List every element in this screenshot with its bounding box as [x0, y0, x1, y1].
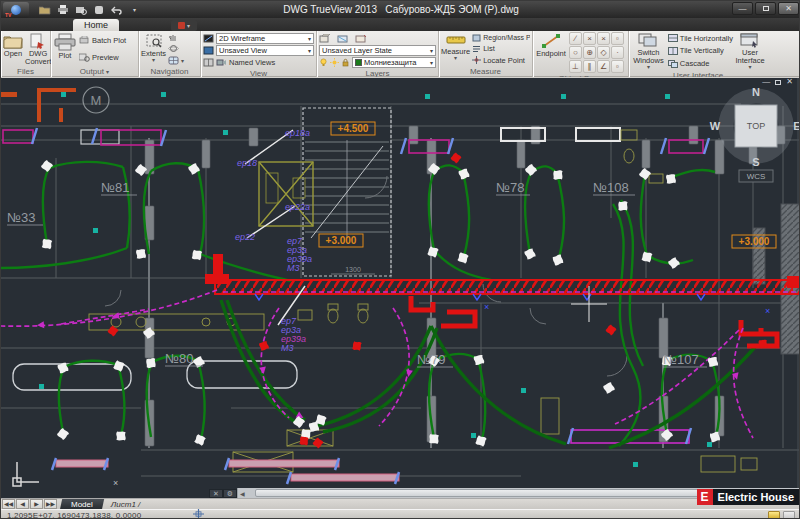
svg-text:1300: 1300	[345, 266, 361, 273]
open-button[interactable]: Open	[3, 32, 23, 66]
tile-vertically-button[interactable]: Tile Vertically	[668, 45, 733, 56]
panel-measure: Measure ▾ Region/Mass Properties List Lo…	[439, 31, 533, 77]
elevator-shaft	[259, 162, 313, 226]
annotation-scale-icon[interactable]	[768, 511, 780, 519]
scrollbar-thumb[interactable]	[255, 489, 755, 497]
preview-icon	[79, 53, 90, 62]
chevron-down-icon: ▾	[430, 59, 433, 66]
application-menu-button[interactable]: TV	[3, 2, 29, 18]
zoom-extents-button[interactable]: Extents ▾	[141, 32, 166, 66]
cursor-coordinates: 1.2095E+07, 1690473.1838, 0.0000	[7, 511, 141, 519]
region-icon	[472, 34, 481, 42]
pan-tool-button[interactable]	[168, 32, 184, 43]
snap-apparent-button[interactable]: ×	[597, 32, 610, 45]
panel-user-interface-label: User Interface	[629, 70, 767, 77]
minimize-button[interactable]: —	[732, 2, 753, 15]
region-mass-button[interactable]: Region/Mass Properties	[472, 32, 530, 43]
snap-parallel-button[interactable]: ∥	[583, 60, 596, 73]
endpoint-button[interactable]: Endpoint	[535, 32, 567, 73]
scroll-tools-button[interactable]: ⚙	[223, 489, 237, 498]
qat-preview-button[interactable]	[73, 3, 88, 16]
panel-output-label: Output ▾	[51, 66, 138, 77]
dwg-convert-button[interactable]: DWG Convert	[25, 32, 51, 66]
panel-measure-label: Measure	[439, 66, 532, 77]
tile-horizontally-button[interactable]: Tile Horizontally	[668, 33, 733, 44]
locate-point-button[interactable]: Locate Point	[472, 55, 530, 66]
panel-navigation-label: Navigation	[139, 66, 200, 77]
qat-pan-button[interactable]	[91, 3, 106, 16]
plot-button[interactable]: Plot	[53, 32, 77, 66]
steering-wheel-button[interactable]: ▾	[168, 55, 184, 66]
doc-minimize-button[interactable]: —	[762, 78, 770, 86]
crosshair-toggle[interactable]	[193, 509, 204, 519]
tab-model[interactable]: Model	[60, 499, 104, 510]
view-select[interactable]: Unsaved View▾	[216, 45, 314, 56]
qat-open-button[interactable]	[37, 3, 52, 16]
svg-text:М3: М3	[287, 263, 300, 273]
visual-style-value: 2D Wireframe	[219, 34, 307, 43]
svg-text:ер22: ер22	[235, 232, 255, 242]
snap-quadrant-button[interactable]: ⊕	[583, 46, 596, 59]
list-button[interactable]: List	[472, 43, 530, 54]
snap-node-button[interactable]: ◇	[597, 46, 610, 59]
ribbon-tab-row: Home ▾	[1, 18, 800, 31]
ribbon-empty-space	[767, 31, 800, 76]
prev-tab-button[interactable]: ◀	[16, 499, 29, 509]
layer-select[interactable]: Молниезащита▾	[352, 57, 436, 68]
qat-dropdown-button[interactable]: ▾	[127, 3, 142, 16]
snap-intersection-button[interactable]: ×	[583, 32, 596, 45]
snap-tangent-button[interactable]: ∠	[597, 60, 610, 73]
zoom-extents-icon	[144, 33, 164, 49]
preview-button[interactable]: Preview	[79, 52, 126, 63]
tab-home[interactable]: Home	[73, 19, 119, 31]
named-views-button[interactable]: Named Views	[229, 58, 275, 67]
visual-style-select[interactable]: 2D Wireframe▾	[216, 33, 314, 44]
svg-text:TOP: TOP	[747, 121, 765, 131]
layer-freeze-icon	[337, 34, 349, 43]
doc-restore-button[interactable]	[775, 80, 781, 85]
first-tab-button[interactable]: ◀◀	[2, 499, 15, 509]
scroll-close-button[interactable]: ✕	[209, 489, 223, 498]
workspace-icon[interactable]	[783, 511, 795, 519]
panel-files-label: Files	[1, 66, 50, 77]
svg-text:WCS: WCS	[747, 172, 766, 181]
tab-layout1[interactable]: Лист1 /	[103, 500, 149, 509]
svg-text:×: ×	[113, 478, 118, 488]
panel-object-snap: Endpoint ∕ × × ▫ ○ ⊕ ◇ · ⊥ ∥ ∠ ▫ Object	[533, 31, 629, 77]
layer-state-select[interactable]: Unsaved Layer State▾	[319, 45, 436, 56]
scroll-left-icon[interactable]: ◀	[238, 490, 247, 497]
doc-close-button[interactable]: ✕	[786, 78, 793, 86]
snap-point-button[interactable]: ·	[611, 46, 624, 59]
qat-plot-button[interactable]	[55, 3, 70, 16]
viewcube-north: N	[752, 86, 760, 98]
region-label: Region/Mass Properties	[483, 34, 530, 41]
snap-nearest-button[interactable]: ∕	[569, 32, 582, 45]
close-button[interactable]: ✕	[778, 2, 799, 15]
lock-icon	[341, 58, 350, 67]
panel-output: Plot Batch Plot Preview Output ▾	[51, 31, 139, 77]
cascade-button[interactable]: Cascade	[668, 58, 733, 69]
ribbon-overflow-button[interactable]: ▾	[171, 20, 197, 31]
switch-windows-button[interactable]: Switch Windows ▾	[631, 32, 666, 70]
emergency-lamps-red	[108, 153, 771, 449]
next-tab-button[interactable]: ▶	[30, 499, 43, 509]
cascade-label: Cascade	[680, 59, 710, 68]
snap-insertion-button[interactable]: ▫	[611, 32, 624, 45]
svg-text:№80: №80	[165, 351, 193, 366]
layer-off-icon	[355, 34, 367, 43]
batch-plot-button[interactable]: Batch Plot	[79, 35, 126, 46]
drawing-canvas[interactable]: M 1300	[1, 78, 800, 488]
qat-undo-button[interactable]	[109, 3, 124, 16]
orbit-tool-button[interactable]	[168, 43, 184, 54]
switch-windows-icon	[638, 33, 658, 48]
sun-icon	[330, 58, 339, 67]
last-tab-button[interactable]: ▶▶	[44, 499, 57, 509]
snap-center-button[interactable]: ○	[569, 46, 582, 59]
user-interface-button[interactable]: User Interface ▾	[735, 32, 765, 70]
snap-perpendicular-button[interactable]: ⊥	[569, 60, 582, 73]
snap-settings-button[interactable]: ▫	[611, 60, 624, 73]
recent-doc-icon	[178, 22, 185, 29]
measure-button[interactable]: Measure ▾	[441, 32, 470, 66]
maximize-button[interactable]	[755, 2, 776, 15]
printer-icon	[57, 5, 69, 15]
